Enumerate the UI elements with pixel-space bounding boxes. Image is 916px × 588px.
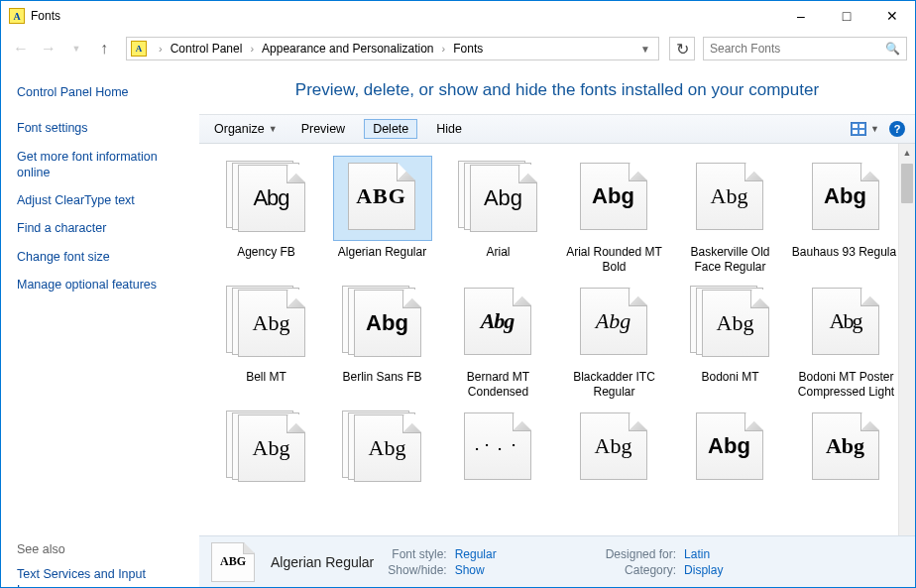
font-sample: ABG (349, 183, 414, 209)
font-tile[interactable]: AbgBaskerville Old Face Regular (673, 156, 787, 275)
details-preview-icon: ABG (211, 542, 255, 582)
window-title: Fonts (31, 9, 60, 23)
font-tile[interactable]: Abg (209, 406, 323, 495)
search-input[interactable] (710, 42, 885, 56)
toolbar: Organize▼ Preview Delete Hide ▼ ? (199, 114, 915, 144)
titlebar: A Fonts – □ ✕ (1, 1, 915, 31)
details-label-style: Font style: (388, 547, 446, 561)
font-label: Berlin Sans FB (328, 370, 437, 385)
see-also-heading: See also (17, 542, 183, 556)
font-sample: Abg (355, 435, 420, 461)
svg-rect-4 (859, 130, 864, 134)
svg-rect-1 (853, 124, 858, 128)
font-tile[interactable]: Abg (789, 406, 897, 495)
svg-rect-2 (859, 124, 864, 128)
back-button[interactable]: ← (9, 37, 33, 60)
font-tile[interactable]: AbgBodoni MT (673, 281, 787, 400)
view-icon (851, 122, 866, 136)
font-label: Baskerville Old Face Regular (676, 245, 785, 275)
font-tile[interactable]: AbgBerlin Sans FB (325, 281, 439, 400)
sidebar-find-character[interactable]: Find a character (17, 220, 183, 236)
font-grid: AbgAgency FBABGAlgerian RegularAbgArialA… (199, 144, 897, 587)
chevron-down-icon: ▼ (870, 124, 879, 134)
forward-button[interactable]: → (37, 37, 60, 60)
details-value-showhide: Show (455, 563, 497, 577)
font-label: Arial Rounded MT Bold (560, 245, 669, 275)
chevron-right-icon: › (153, 43, 169, 55)
up-button[interactable]: ↑ (92, 37, 116, 60)
delete-button[interactable]: Delete (364, 119, 417, 139)
font-tile[interactable]: AbgBernard MT Condensed (441, 281, 555, 400)
font-label: Agency FB (212, 245, 321, 260)
address-dropdown-icon[interactable]: ▼ (632, 44, 658, 55)
details-name: Algerian Regular (271, 554, 374, 570)
sidebar-text-services[interactable]: Text Services and Input Language (17, 566, 183, 587)
font-sample: Abg (355, 310, 420, 336)
sidebar: Control Panel Home Font settings Get mor… (1, 66, 199, 587)
font-tile[interactable]: AbgBauhaus 93 Regular (789, 156, 897, 275)
refresh-button[interactable]: ↻ (669, 37, 695, 60)
breadcrumb-control-panel[interactable]: Control Panel (169, 42, 245, 56)
font-tile[interactable]: AbgArial (441, 156, 555, 275)
font-sample: ⠄⠂ ⠄ ⠂ (465, 438, 530, 454)
font-tile[interactable]: AbgBlackadder ITC Regular (557, 281, 671, 400)
search-box[interactable]: 🔍 (703, 37, 907, 60)
font-label: Bodoni MT Poster Compressed Light (792, 370, 898, 400)
hide-button[interactable]: Hide (431, 119, 467, 139)
font-sample: Abg (581, 433, 646, 459)
sidebar-more-font-info[interactable]: Get more font information online (17, 149, 183, 181)
details-label-showhide: Show/hide: (388, 563, 446, 577)
chevron-right-icon: › (244, 43, 260, 55)
sidebar-change-font-size[interactable]: Change font size (17, 249, 183, 265)
font-sample: Abg (239, 310, 304, 336)
font-sample: Abg (581, 308, 646, 334)
chevron-right-icon: › (436, 43, 452, 55)
font-tile[interactable]: AbgBodoni MT Poster Compressed Light (789, 281, 897, 400)
breadcrumb-fonts[interactable]: Fonts (451, 42, 485, 56)
help-icon[interactable]: ? (889, 121, 905, 137)
scrollbar[interactable]: ▲ ▼ (898, 144, 915, 587)
search-icon: 🔍 (885, 42, 900, 56)
organize-menu[interactable]: Organize▼ (209, 119, 283, 139)
recent-dropdown-icon[interactable]: ▼ (64, 37, 88, 60)
font-sample: Abg (813, 308, 878, 334)
font-sample: Abg (239, 185, 304, 211)
font-sample: Abg (703, 310, 768, 336)
page-title: Preview, delete, or show and hide the fo… (199, 66, 915, 114)
details-value-category: Display (684, 563, 723, 577)
font-sample: Abg (697, 183, 762, 209)
scroll-up-button[interactable]: ▲ (899, 144, 915, 161)
close-button[interactable]: ✕ (869, 1, 915, 31)
details-label-designed: Designed for: (606, 547, 676, 561)
details-value-style: Regular (455, 547, 497, 561)
details-pane: ABG Algerian Regular Font style: Regular… (199, 535, 915, 587)
font-tile[interactable]: Abg (325, 406, 439, 495)
control-panel-home-link[interactable]: Control Panel Home (17, 84, 183, 100)
font-tile[interactable]: AbgAgency FB (209, 156, 323, 275)
view-options-button[interactable]: ▼ (851, 122, 879, 136)
sidebar-optional-features[interactable]: Manage optional features (17, 277, 183, 293)
scroll-thumb[interactable] (901, 164, 913, 203)
fonts-folder-icon: A (131, 41, 147, 57)
font-label: Bodoni MT (676, 370, 785, 385)
chevron-down-icon: ▼ (269, 124, 278, 134)
minimize-button[interactable]: – (778, 1, 824, 31)
svg-rect-3 (853, 130, 858, 134)
sidebar-cleartype[interactable]: Adjust ClearType text (17, 192, 183, 208)
details-label-category: Category: (606, 563, 676, 577)
sidebar-font-settings[interactable]: Font settings (17, 120, 183, 136)
font-tile[interactable]: ⠄⠂ ⠄ ⠂ (441, 406, 555, 495)
font-label: Bernard MT Condensed (444, 370, 553, 400)
fonts-app-icon: A (9, 8, 25, 24)
font-tile[interactable]: Abg (557, 406, 671, 495)
font-label: Blackadder ITC Regular (560, 370, 669, 400)
breadcrumb-appearance[interactable]: Appearance and Personalization (260, 42, 435, 56)
font-tile[interactable]: Abg (673, 406, 787, 495)
font-sample: Abg (465, 308, 530, 334)
preview-button[interactable]: Preview (296, 119, 350, 139)
address-bar[interactable]: A › Control Panel › Appearance and Perso… (126, 37, 659, 60)
font-tile[interactable]: AbgBell MT (209, 281, 323, 400)
font-tile[interactable]: ABGAlgerian Regular (325, 156, 439, 275)
maximize-button[interactable]: □ (824, 1, 869, 31)
font-tile[interactable]: AbgArial Rounded MT Bold (557, 156, 671, 275)
